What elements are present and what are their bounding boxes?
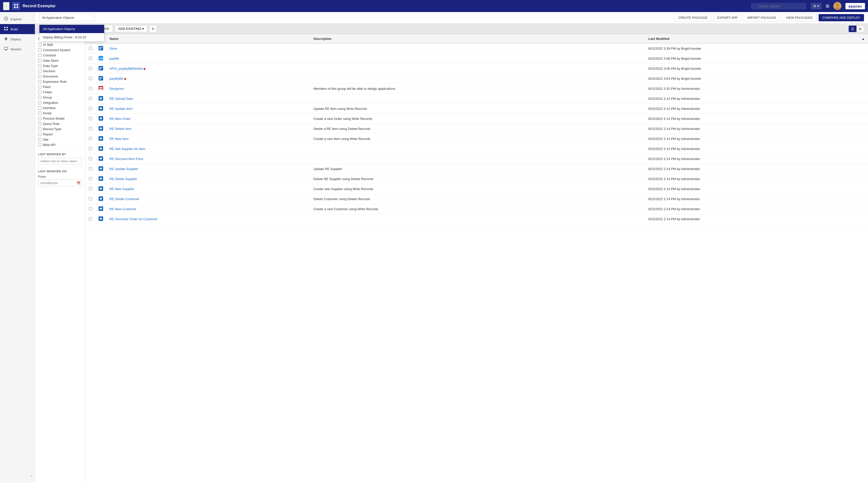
object-name-link[interactable]: RE New Item	[110, 137, 129, 141]
col-name-header[interactable]: Name	[106, 34, 311, 43]
filter-query-rule[interactable]: Query Rule	[38, 121, 82, 126]
filter-portal[interactable]: Portal	[38, 110, 82, 116]
object-name-link[interactable]: payMyBill	[110, 77, 126, 80]
view-packages-button[interactable]: VIEW PACKAGES	[782, 14, 816, 21]
object-name-link[interactable]: RE Delete Item	[110, 127, 131, 131]
filter-feed[interactable]: Feed	[38, 84, 82, 90]
grid-view-button[interactable]: ⊞	[857, 26, 864, 32]
back-button[interactable]: ‹	[3, 2, 9, 10]
filter-ai-skill[interactable]: AI Skill	[38, 42, 82, 47]
row-checkbox-2[interactable]	[89, 67, 92, 70]
object-name-link[interactable]: Designers	[110, 87, 124, 91]
row-checkbox-3[interactable]	[89, 77, 92, 80]
filter-group[interactable]: Group	[38, 95, 82, 100]
filter-checkbox-portal[interactable]	[38, 111, 41, 115]
filter-checkbox-expression-rule[interactable]	[38, 80, 41, 83]
row-checkbox-15[interactable]	[89, 197, 92, 200]
list-view-button[interactable]: ☰	[849, 26, 857, 32]
filter-checkbox-interface[interactable]	[38, 106, 41, 109]
filter-checkbox-report[interactable]	[38, 133, 41, 136]
export-app-button[interactable]: EXPORT APP	[713, 14, 742, 21]
row-checkbox-1[interactable]	[89, 57, 92, 60]
filter-site[interactable]: Site	[38, 137, 82, 142]
filter-connected-system[interactable]: Connected System	[38, 47, 82, 53]
filter-checkbox-query-rule[interactable]	[38, 122, 41, 125]
filter-checkbox-site[interactable]	[38, 138, 41, 141]
object-name-link[interactable]: RE New Supplier	[110, 187, 134, 191]
filter-report[interactable]: Report	[38, 132, 82, 137]
filter-data-type[interactable]: Data Type	[38, 63, 82, 68]
object-filter-select[interactable]: All Application Objects Deploy Billing P…	[39, 14, 94, 21]
row-checkbox-5[interactable]	[89, 97, 92, 100]
add-existing-button[interactable]: ADD EXISTING ▾	[115, 25, 147, 32]
row-checkbox-8[interactable]	[89, 127, 92, 130]
row-checkbox-12[interactable]	[89, 167, 92, 170]
filter-checkbox-ai-skill[interactable]	[38, 43, 41, 46]
sidebar-item-explore[interactable]: Explore	[0, 14, 35, 24]
filter-checkbox-process-model[interactable]	[38, 117, 41, 120]
filter-checkbox-document[interactable]	[38, 75, 41, 78]
search-input[interactable]	[751, 3, 806, 9]
row-checkbox-11[interactable]	[89, 157, 92, 160]
object-name-link[interactable]: Store	[110, 46, 117, 51]
object-name-link[interactable]: RE Upload Data	[110, 97, 133, 101]
filter-checkbox-record-type[interactable]	[38, 127, 41, 131]
filter-record-type[interactable]: Record Type	[38, 126, 82, 132]
filter-checkbox-feed[interactable]	[38, 85, 41, 89]
object-name-link[interactable]: RE Update Supplier	[110, 167, 138, 171]
object-name-link[interactable]: RE Update Item	[110, 107, 133, 110]
sidebar-item-monitor[interactable]: Monitor	[0, 44, 35, 54]
object-name-link[interactable]: RE Generate Order for Customer	[110, 217, 157, 221]
filter-document[interactable]: Document	[38, 74, 82, 79]
object-name-link[interactable]: RE Delete Customer	[110, 197, 139, 201]
row-checkbox-14[interactable]	[89, 187, 92, 190]
filter-checkbox-data-type[interactable]	[38, 64, 41, 67]
import-package-button[interactable]: IMPORT PACKAGE	[744, 14, 780, 21]
sidebar-item-deploy[interactable]: Deploy	[0, 34, 35, 44]
object-name-link[interactable]: APSI_payMyBillDetails	[110, 67, 146, 70]
row-checkbox-6[interactable]	[89, 107, 92, 110]
filter-decision[interactable]: Decision	[38, 68, 82, 74]
filter-folder[interactable]: Folder	[38, 90, 82, 95]
row-checkbox-0[interactable]	[89, 46, 92, 50]
filter-checkbox-folder[interactable]	[38, 91, 41, 94]
filter-checkbox-data-store[interactable]	[38, 59, 41, 62]
filter-interface[interactable]: Interface	[38, 105, 82, 110]
filter-process-model[interactable]: Process Model	[38, 116, 82, 121]
users-input[interactable]	[38, 158, 82, 164]
sidebar-collapse-button[interactable]: ‹	[31, 474, 32, 478]
filter-expression-rule[interactable]: Expression Rule	[38, 79, 82, 84]
row-checkbox-4[interactable]	[89, 87, 92, 90]
filter-checkbox-connected-system[interactable]	[38, 49, 41, 52]
create-package-button[interactable]: CREATE PACKAGE	[674, 14, 711, 21]
row-checkbox-16[interactable]	[89, 207, 92, 211]
filter-checkbox-web-api[interactable]	[38, 143, 41, 147]
object-name-link[interactable]: RE Add Supplier for Item	[110, 147, 145, 151]
filter-constant[interactable]: Constant	[38, 53, 82, 58]
filter-checkbox-constant[interactable]	[38, 54, 41, 57]
col-last-modified-header[interactable]: Last Modified ▲	[645, 34, 868, 43]
row-checkbox-10[interactable]	[89, 147, 92, 150]
row-checkbox-9[interactable]	[89, 137, 92, 140]
grid-button[interactable]: ⊞	[824, 2, 831, 10]
object-name-link[interactable]: RE New Order	[110, 117, 131, 121]
refresh-button[interactable]: ↻	[149, 25, 157, 32]
dropdown-item-deploy[interactable]: Deploy Billing Portal - 9-22-22	[39, 33, 104, 41]
object-name-link[interactable]: RE New Customer	[110, 207, 136, 211]
filter-checkbox-decision[interactable]	[38, 69, 41, 73]
filter-web-api[interactable]: Web API	[38, 142, 82, 148]
dropdown-item-all[interactable]: All Application Objects	[39, 25, 104, 33]
sidebar-item-build[interactable]: Build	[0, 24, 35, 34]
filter-integration[interactable]: Integration	[38, 100, 82, 105]
compare-deploy-button[interactable]: COMPARE AND DEPLOY	[818, 14, 864, 21]
object-name-link[interactable]: payBill	[110, 57, 119, 60]
filter-checkbox-group[interactable]	[38, 96, 41, 99]
object-name-link[interactable]: RE Delete Supplier	[110, 177, 137, 181]
filter-checkbox-integration[interactable]	[38, 101, 41, 104]
date-input[interactable]	[38, 180, 82, 186]
row-checkbox-17[interactable]	[89, 217, 92, 220]
row-checkbox-13[interactable]	[89, 177, 92, 180]
object-name-link[interactable]: RE Discount Item Price	[110, 157, 143, 161]
settings-button[interactable]: ⚙ ▾	[811, 3, 822, 9]
avatar[interactable]	[833, 2, 841, 10]
